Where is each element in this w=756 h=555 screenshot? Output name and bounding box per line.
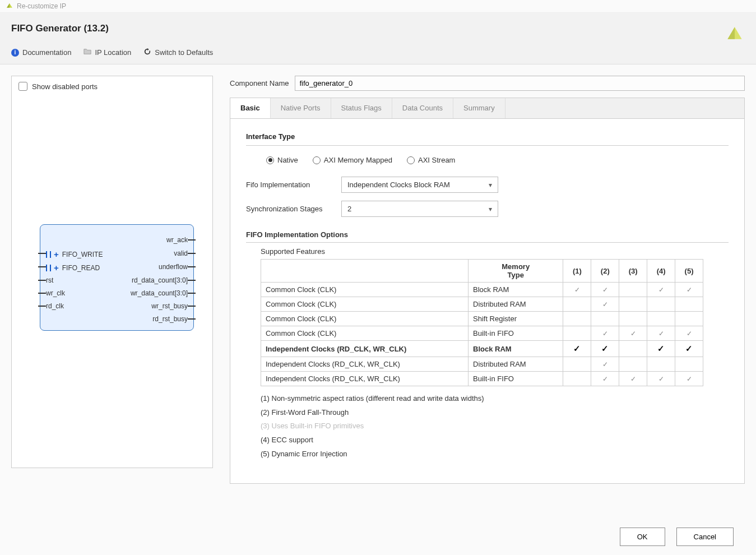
port-wr-clk: wr_clk (46, 289, 65, 297)
cell-c2: ✓ (591, 372, 619, 386)
cell-c5: ✓ (675, 372, 703, 386)
cell-c3 (619, 283, 647, 297)
tab-bar: BasicNative PortsStatus FlagsData Counts… (230, 98, 745, 118)
cell-mem: Distributed RAM (469, 357, 563, 372)
folder-icon (84, 48, 91, 57)
port-fifo-write: + FIFO_WRITE (46, 249, 103, 259)
tab-summary[interactable]: Summary (453, 98, 505, 118)
port-rst: rst (46, 276, 53, 284)
documentation-label: Documentation (22, 48, 71, 57)
cell-c1 (563, 326, 591, 341)
port-rd-data-count: rd_data_count[3:0] (132, 276, 188, 284)
config-panel: Component Name BasicNative PortsStatus F… (230, 76, 745, 484)
cell-mem: Built-in FIFO (469, 372, 563, 386)
tab-data-counts[interactable]: Data Counts (392, 98, 453, 118)
cell-c2: ✓ (591, 357, 619, 372)
legend-4: (4) ECC support (261, 433, 729, 447)
tab-status-flags[interactable]: Status Flags (331, 98, 392, 118)
col-2: (2) (591, 260, 619, 283)
radio-axi-mm[interactable]: AXI Memory Mapped (313, 156, 392, 164)
ip-location-link[interactable]: IP Location (84, 48, 131, 57)
tab-native-ports[interactable]: Native Ports (271, 98, 331, 118)
ok-button[interactable]: OK (620, 528, 665, 546)
table-row[interactable]: Independent Clocks (RD_CLK, WR_CLK)Built… (261, 372, 703, 386)
cell-name: Independent Clocks (RD_CLK, WR_CLK) (261, 357, 469, 372)
table-row[interactable]: Common Clock (CLK)Built-in FIFO✓✓✓✓ (261, 326, 703, 341)
radio-axi-stream[interactable]: AXI Stream (407, 156, 455, 164)
col-1: (1) (563, 260, 591, 283)
sync-stages-select[interactable]: 2 ▾ (341, 201, 498, 217)
cell-c5: ✓ (675, 341, 703, 357)
fifo-impl-select[interactable]: Independent Clocks Block RAM ▾ (341, 177, 498, 193)
port-fifo-read: + FIFO_READ (46, 263, 100, 272)
app-logo-icon (6, 2, 13, 10)
tab-basic[interactable]: Basic (230, 98, 271, 119)
component-name-label: Component Name (230, 79, 289, 87)
supported-features-label: Supported Features (261, 247, 729, 256)
cell-c4: ✓ (647, 283, 675, 297)
cell-mem: Built-in FIFO (469, 326, 563, 341)
table-row[interactable]: Common Clock (CLK)Shift Register (261, 312, 703, 326)
page-title: FIFO Generator (13.2) (11, 23, 213, 34)
ip-block-diagram: + FIFO_WRITE + FIFO_READ rst wr_clk rd_c… (40, 224, 194, 331)
cancel-button[interactable]: Cancel (676, 528, 734, 546)
cell-c5 (675, 312, 703, 326)
cell-c1 (563, 297, 591, 312)
cell-c4 (647, 357, 675, 372)
documentation-link[interactable]: i Documentation (11, 48, 71, 57)
table-row[interactable]: Common Clock (CLK)Distributed RAM✓ (261, 297, 703, 312)
sync-stages-label: Synchronization Stages (246, 205, 330, 213)
chevron-down-icon: ▾ (489, 205, 492, 213)
table-row[interactable]: Common Clock (CLK)Block RAM✓✓✓✓ (261, 283, 703, 297)
port-underflow: underflow (159, 263, 188, 271)
table-row[interactable]: Independent Clocks (RD_CLK, WR_CLK)Distr… (261, 357, 703, 372)
show-disabled-ports-label: Show disabled ports (32, 82, 98, 91)
interface-type-radios: Native AXI Memory Mapped AXI Stream (266, 156, 729, 164)
radio-icon (407, 156, 415, 164)
table-row[interactable]: Independent Clocks (RD_CLK, WR_CLK)Block… (261, 341, 703, 357)
cell-c2 (591, 312, 619, 326)
cell-c3: ✓ (619, 372, 647, 386)
col-3: (3) (619, 260, 647, 283)
col-memory-type: Memory Type (469, 260, 563, 283)
legend: (1) Non-symmetric aspect ratios (differe… (261, 392, 729, 461)
cell-c3: ✓ (619, 326, 647, 341)
fifo-options-heading: FIFO Implementation Options (246, 230, 729, 243)
cell-c1 (563, 357, 591, 372)
col-5: (5) (675, 260, 703, 283)
radio-native[interactable]: Native (266, 156, 298, 164)
preview-panel: Show disabled ports + FIFO_WRITE + FIFO_… (11, 76, 213, 468)
xilinx-logo-icon (725, 23, 745, 45)
port-wr-ack: wr_ack (166, 236, 188, 244)
legend-2: (2) First-Word Fall-Through (261, 406, 729, 420)
cell-name: Common Clock (CLK) (261, 297, 469, 312)
cell-c4: ✓ (647, 326, 675, 341)
plus-icon: + (54, 249, 59, 259)
cell-c3 (619, 341, 647, 357)
checkbox-icon (18, 82, 27, 91)
radio-icon (266, 156, 274, 164)
show-disabled-ports-checkbox[interactable]: Show disabled ports (18, 82, 206, 91)
component-name-input[interactable] (295, 76, 745, 91)
interface-type-heading: Interface Type (246, 132, 729, 141)
cell-c4 (647, 312, 675, 326)
cell-c4: ✓ (647, 372, 675, 386)
port-wr-data-count: wr_data_count[3:0] (131, 289, 188, 297)
cell-c3 (619, 297, 647, 312)
switch-defaults-link[interactable]: Switch to Defaults (143, 48, 213, 57)
cell-c1 (563, 372, 591, 386)
cell-c1: ✓ (563, 341, 591, 357)
info-icon: i (11, 49, 19, 57)
col-4: (4) (647, 260, 675, 283)
cell-c4 (647, 297, 675, 312)
fifo-impl-label: Fifo Implementation (246, 181, 330, 189)
legend-3: (3) Uses Built-in FIFO primitives (261, 419, 729, 433)
legend-5: (5) Dynamic Error Injection (261, 447, 729, 461)
content: Show disabled ports + FIFO_WRITE + FIFO_… (0, 64, 756, 495)
dialog-footer: OK Cancel (0, 519, 756, 555)
cell-c2: ✓ (591, 341, 619, 357)
cell-c5 (675, 297, 703, 312)
cell-mem: Distributed RAM (469, 297, 563, 312)
cell-c5: ✓ (675, 283, 703, 297)
cell-name: Common Clock (CLK) (261, 283, 469, 297)
